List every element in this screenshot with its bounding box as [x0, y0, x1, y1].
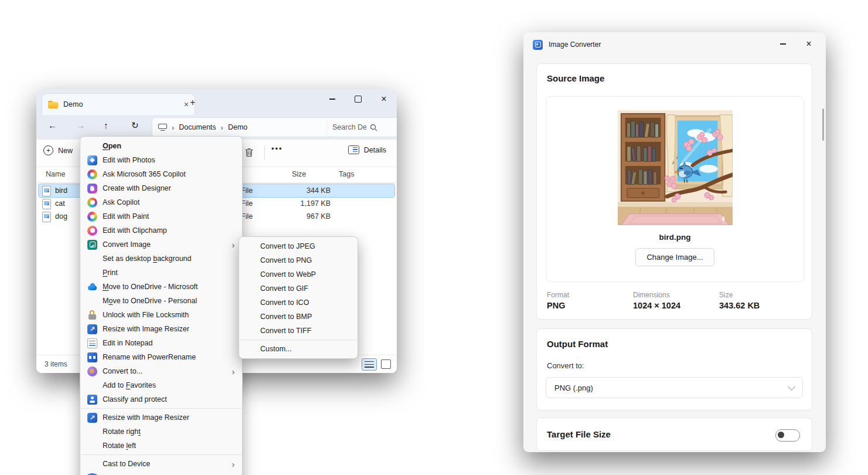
search-icon	[370, 124, 377, 131]
up-arrow-icon[interactable]	[104, 120, 108, 130]
context-menu-item-print[interactable]: Print	[80, 266, 242, 280]
submenu-item-convert-to-png[interactable]: Convert to PNG	[239, 253, 358, 267]
size-value: 343.62 KB	[719, 301, 760, 310]
refresh-icon[interactable]	[131, 120, 139, 131]
image-file-icon	[42, 212, 51, 222]
context-menu-item-classify-and-protect[interactable]: Classify and protect	[80, 392, 242, 406]
output-format-dropdown[interactable]: PNG (.png)	[546, 377, 803, 398]
submenu-item-convert-to-ico[interactable]: Convert to ICO	[239, 296, 358, 310]
context-menu-item-rotate-left[interactable]: Rotate left	[80, 439, 242, 453]
list-view-icon[interactable]	[362, 358, 377, 371]
submenu-item-convert-to-jpeg[interactable]: Convert to JPEG	[239, 239, 358, 253]
scrollbar-thumb[interactable]	[822, 108, 824, 141]
breadcrumb-item-demo[interactable]: Demo	[228, 123, 247, 131]
context-menu-item-convert-image[interactable]: Convert Image	[80, 238, 242, 252]
context-menu-item-edit-with-clipchamp[interactable]: Edit with Clipchamp	[80, 223, 242, 238]
trash-icon[interactable]	[243, 147, 255, 158]
context-menu-item-move-to-onedrive-microsoft[interactable]: Move to OneDrive - Microsoft	[80, 280, 242, 294]
submenu-item-convert-to-webp[interactable]: Convert to WebP	[239, 267, 358, 281]
file-size: 1,197 KB	[261, 199, 331, 208]
breadcrumb-chevron-icon: ›	[221, 123, 223, 132]
context-menu-item-ask-microsoft-365-copilot[interactable]: Ask Microsoft 365 Copilot	[80, 167, 242, 181]
format-value: PNG	[547, 301, 633, 310]
image-file-icon	[42, 186, 51, 196]
converter-minimize-button[interactable]	[772, 35, 794, 53]
context-menu-item-rotate-right[interactable]: Rotate right	[80, 425, 242, 439]
converter-titlebar[interactable]: Image Converter	[523, 32, 826, 57]
menu-item-label: Rotate left	[103, 442, 236, 450]
clipchamp-icon	[87, 226, 97, 236]
column-header-size[interactable]: Size	[292, 170, 306, 178]
search-input[interactable]: Search Demo	[327, 118, 397, 137]
menu-item-label: Add to Favorites	[103, 381, 236, 389]
menu-item-label: Create with Designer	[103, 184, 236, 192]
context-menu: OpenEdit with PhotosAsk Microsoft 365 Co…	[80, 136, 243, 475]
explorer-titlebar[interactable]: Demo	[36, 89, 397, 115]
more-options-icon[interactable]	[271, 144, 283, 153]
details-label: Details	[364, 146, 386, 154]
submenu-item-custom[interactable]: Custom...	[239, 342, 358, 356]
new-button[interactable]: New	[43, 145, 73, 155]
output-format-card: Output Format Convert to: PNG (.png)	[536, 328, 812, 410]
submenu-item-convert-to-tiff[interactable]: Convert to TIFF	[239, 324, 358, 338]
context-menu-item-cast-to-device[interactable]: Cast to Device	[80, 457, 242, 471]
thumbnail-view-icon[interactable]	[381, 359, 391, 369]
context-menu-item-edit-with-paint[interactable]: Edit with Paint	[80, 209, 242, 223]
menu-item-label: Classify and protect	[103, 395, 236, 403]
menu-item-label: Convert to BMP	[260, 313, 352, 321]
converter-close-button[interactable]	[798, 35, 820, 53]
context-menu-item-rename-with-powerrename[interactable]: Rename with PowerRename	[80, 350, 242, 364]
context-menu-item-edit-in-notepad[interactable]: Edit in Notepad	[80, 336, 242, 350]
new-tab-icon[interactable]	[190, 97, 195, 108]
submenu-item-convert-to-bmp[interactable]: Convert to BMP	[239, 310, 358, 324]
maximize-button[interactable]	[345, 89, 371, 109]
dimensions-info: Dimensions 1024 × 1024	[633, 291, 719, 310]
forward-arrow-icon[interactable]	[76, 120, 85, 130]
format-label: Format	[547, 291, 633, 299]
menu-item-label: Ask Copilot	[103, 198, 236, 206]
context-menu-item-scan-with-microsoft-defender[interactable]: Scan with Microsoft Defender	[80, 471, 242, 475]
source-image-heading: Source Image	[547, 73, 604, 83]
breadcrumb[interactable]: ›Documents›Demo	[152, 118, 335, 137]
context-menu-item-add-to-favorites[interactable]: Add to Favorites	[80, 378, 242, 392]
desktop-background: Demo ›Documents›Demo Search Demo	[0, 0, 868, 475]
menu-item-label: Resize with Image Resizer	[103, 325, 236, 333]
column-header-name[interactable]: Name	[46, 170, 65, 178]
image-info-row: Format PNG Dimensions 1024 × 1024 Size 3…	[547, 291, 802, 310]
minimize-icon	[780, 43, 786, 44]
context-menu-item-open[interactable]: Open	[80, 139, 242, 153]
onedrive-icon	[87, 282, 97, 292]
column-header-tags[interactable]: Tags	[339, 170, 354, 178]
menu-item-label: Custom...	[260, 345, 352, 353]
context-menu-item-set-as-desktop-background[interactable]: Set as desktop background	[80, 252, 242, 266]
menu-separator	[81, 454, 241, 455]
context-menu-item-create-with-designer[interactable]: Create with Designer	[80, 181, 242, 195]
context-menu-item-move-to-onedrive-personal[interactable]: Move to OneDrive - Personal	[80, 294, 242, 308]
context-menu-item-resize-with-image-resizer[interactable]: Resize with Image Resizer	[80, 410, 242, 425]
menu-item-label: Set as desktop background	[103, 255, 236, 263]
menu-icon-spacer	[87, 427, 97, 437]
context-menu-item-resize-with-image-resizer[interactable]: Resize with Image Resizer	[80, 322, 242, 336]
details-button[interactable]: Details	[348, 145, 386, 154]
breadcrumb-item-documents[interactable]: Documents	[179, 123, 216, 131]
context-menu-item-convert-to[interactable]: Convert to...	[80, 364, 242, 378]
explorer-tab-demo[interactable]: Demo	[42, 94, 195, 115]
target-file-size-toggle[interactable]	[775, 429, 800, 442]
menu-item-label: Edit with Paint	[103, 212, 236, 220]
close-button[interactable]	[371, 89, 397, 109]
menu-item-label: Convert to WebP	[260, 270, 352, 279]
submenu-item-convert-to-gif[interactable]: Convert to GIF	[239, 281, 358, 296]
converter-title: Image Converter	[549, 40, 601, 49]
change-image-button[interactable]: Change Image...	[635, 248, 714, 266]
target-file-size-card: Target File Size	[536, 418, 812, 451]
menu-item-label: Move to OneDrive - Personal	[103, 297, 236, 305]
minimize-button[interactable]	[319, 89, 345, 109]
context-menu-item-ask-copilot[interactable]: Ask Copilot	[80, 195, 242, 209]
context-menu-item-unlock-with-file-locksmith[interactable]: Unlock with File Locksmith	[80, 308, 242, 322]
dimensions-label: Dimensions	[633, 291, 719, 299]
dimensions-value: 1024 × 1024	[633, 301, 719, 310]
context-menu-item-edit-with-photos[interactable]: Edit with Photos	[80, 153, 242, 167]
tab-close-icon[interactable]	[184, 100, 189, 109]
menu-icon-spacer	[87, 254, 97, 264]
back-arrow-icon[interactable]	[48, 120, 57, 130]
